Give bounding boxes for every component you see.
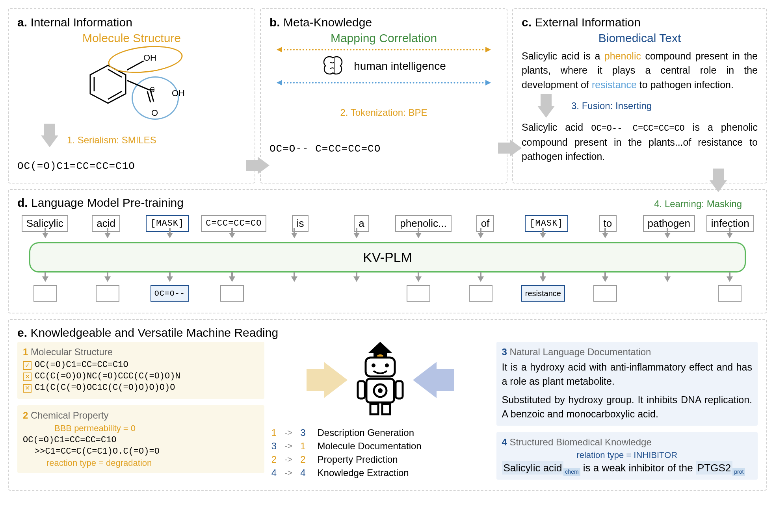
map-label: Molecule Documentation <box>318 441 422 452</box>
text-fragment: to pathogen infection. <box>637 79 734 90</box>
sub-num: 3 <box>502 347 507 357</box>
tag-prot: prot <box>732 468 745 476</box>
map-label: Description Generation <box>318 427 414 438</box>
mol-label-o: O <box>151 108 158 118</box>
output-token <box>469 285 493 302</box>
map-label: Property Prediction <box>318 454 398 465</box>
map-from: 1 <box>271 427 277 438</box>
panel-c-title: c. External Information <box>522 16 758 29</box>
subpanel-molecular-structure: 1 Molecular Structure ✓OC(=O)C1=CC=CC=C1… <box>17 342 264 399</box>
arrow-down-small-icon <box>291 276 297 282</box>
arrow-right-icon <box>494 139 522 158</box>
highlight-resistance: resistance <box>592 79 637 90</box>
map-to: 1 <box>300 441 305 452</box>
sub-num: 1 <box>23 347 28 357</box>
arrow-down-small-icon <box>540 276 546 282</box>
kvplm-model-bar: KV-PLM <box>29 242 746 272</box>
smiles-text: OC(=O)C1=CC=CC=C1O <box>35 360 128 370</box>
sub-num: 4 <box>502 437 507 447</box>
arrow-down-small-icon <box>42 276 48 282</box>
svg-line-4 <box>127 61 144 70</box>
panel-e-letter: e. <box>17 326 27 339</box>
svg-rect-21 <box>382 404 390 414</box>
bpe-tokens: OC=O-- C=CC=CC=CO <box>269 143 381 155</box>
arrow-down-small-icon <box>353 233 360 238</box>
bbb-label: BBB permeability = 0 <box>54 423 259 434</box>
biomedical-text-paragraph: Salicylic acid is a phenolic compound pr… <box>522 49 758 92</box>
panel-a-letter: a. <box>17 16 27 29</box>
sub-title: Structured Biomedical Knowledge <box>510 437 652 447</box>
arrow-right-small-icon: -> <box>284 428 292 438</box>
arrow-down-small-icon <box>540 233 546 238</box>
panel-d-title-text: Language Model Pre-training <box>31 196 184 209</box>
panel-a-subtitle: Molecule Structure <box>17 32 246 45</box>
svg-line-5 <box>127 80 149 90</box>
subpanel-nl-documentation: 3 Natural Language Documentation It is a… <box>496 342 758 426</box>
panel-a-title: a. Internal Information <box>17 16 246 29</box>
sub-title: Molecular Structure <box>31 347 113 357</box>
smiles-candidate-row: ✕C1(C(C(=O)OC1C(C(=O)O)O)O)O <box>23 383 259 393</box>
inline-smiles: OC=O-- C=CC=CC=CO <box>591 124 685 133</box>
entity-ptgs2: PTGS2 <box>696 461 732 475</box>
arrow-down-small-icon <box>415 233 422 238</box>
arrow-right-icon <box>242 157 269 176</box>
entity-salicylic-acid: Salicylic acid <box>502 461 564 475</box>
panel-b-letter: b. <box>269 16 280 29</box>
arrow-down-small-icon <box>727 276 733 282</box>
map-label: Knowledge Extraction <box>318 467 409 478</box>
input-token: of <box>476 215 494 232</box>
task-mapping-list: 1->3Description Generation3->1Molecule D… <box>271 426 489 480</box>
arrow-down-small-icon <box>727 233 733 238</box>
dotted-arrow-blue <box>277 82 490 83</box>
arrow-down-small-icon <box>229 276 235 282</box>
arrow-right-small-icon: -> <box>284 441 292 451</box>
robot-row <box>324 342 437 418</box>
arrow-down-small-icon <box>167 233 173 238</box>
robot-icon <box>351 342 410 418</box>
highlight-phenolic: phenolic <box>604 50 641 61</box>
svg-line-7 <box>147 91 151 102</box>
panel-b-title: b. Meta-Knowledge <box>269 16 498 29</box>
arrow-down-small-icon <box>664 276 671 282</box>
input-token: phenolic... <box>395 215 452 232</box>
svg-line-3 <box>108 91 122 99</box>
reaction-type-label: reaction type = degradation <box>46 458 259 468</box>
output-token-row: OC=O--resistance <box>17 285 758 302</box>
arrow-down-icon <box>710 180 727 192</box>
map-to: 4 <box>300 467 305 478</box>
task-mapping-row: 4->4Knowledge Extraction <box>271 466 489 480</box>
step3-label: 3. Fusion: Inserting <box>571 100 652 111</box>
brain-icon <box>322 54 347 78</box>
panel-e-title: e. Knowledgeable and Versatile Machine R… <box>17 326 758 339</box>
reaction-smiles-line: >>C1=CC=C(C=C1)O.C(=O)=O <box>35 447 259 456</box>
arrow-down-small-icon <box>167 276 173 282</box>
subpanel-structured-knowledge: 4 Structured Biomedical Knowledge relati… <box>496 432 758 480</box>
svg-marker-9 <box>368 342 392 353</box>
subpanel-3-head: 3 Natural Language Documentation <box>502 347 752 358</box>
arrow-down-small-icon <box>229 233 235 238</box>
subpanel-4-head: 4 Structured Biomedical Knowledge <box>502 437 752 448</box>
map-from: 2 <box>271 454 277 465</box>
panel-internal-information: a. Internal Information Molecule Structu… <box>8 8 255 184</box>
fused-text-paragraph: Salicylic acid OC=O-- C=CC=CC=CO is a ph… <box>522 120 758 163</box>
sub-title: Chemical Property <box>31 410 108 421</box>
mask-token: [MASK] <box>146 215 189 232</box>
tag-chem: chem <box>563 468 580 476</box>
structured-sentence: Salicylic acidchem is a weak inhibitor o… <box>502 462 752 475</box>
map-to: 2 <box>300 454 305 465</box>
task-mapping-row: 2->2Property Prediction <box>271 453 489 466</box>
subpanel-chemical-property: 2 Chemical Property BBB permeability = 0… <box>17 405 264 473</box>
smiles-text: C1(C(C(=O)OC1C(C(=O)O)O)O)O <box>35 383 175 393</box>
big-arrow-left-icon <box>413 362 437 398</box>
task-mapping-row: 3->1Molecule Documentation <box>271 439 489 453</box>
output-token <box>220 285 244 302</box>
svg-point-17 <box>378 388 383 393</box>
panel-c-letter: c. <box>522 16 532 29</box>
step2-label: 2. Tokenization: BPE <box>269 107 498 118</box>
human-intelligence-label: human intelligence <box>354 60 446 72</box>
panel-meta-knowledge: b. Meta-Knowledge Mapping Correlation hu… <box>260 8 507 184</box>
arrow-down-icon <box>41 135 58 147</box>
arrow-down-small-icon <box>104 233 111 238</box>
big-arrow-right-icon <box>324 362 348 398</box>
input-token: C=CC=CC=CO <box>201 215 266 232</box>
